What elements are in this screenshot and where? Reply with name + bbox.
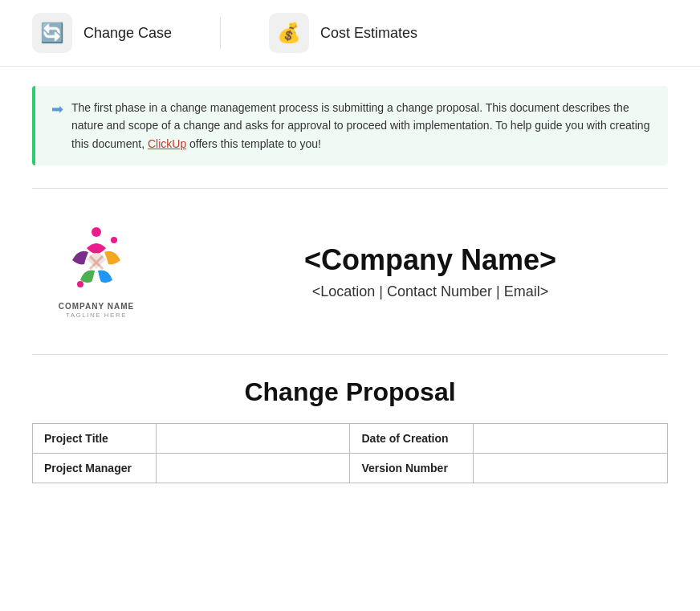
svg-point-1	[77, 281, 83, 287]
logo-company-name: COMPANY NAME	[59, 301, 134, 312]
company-section: COMPANY NAME TAGLINE HERE <Company Name>…	[32, 208, 668, 335]
project-manager-label: Project Manager	[33, 454, 157, 483]
nav-divider	[220, 17, 221, 49]
divider-2	[32, 354, 668, 355]
proposal-title: Change Proposal	[32, 377, 668, 407]
cost-estimates-icon-box: 💰	[269, 13, 309, 53]
date-of-creation-value[interactable]	[474, 424, 668, 454]
main-content: ➡ The first phase in a change management…	[0, 67, 700, 503]
arrow-icon: ➡	[51, 100, 63, 118]
clickup-link[interactable]: ClickUp	[148, 137, 186, 150]
logo-area: COMPANY NAME TAGLINE HERE	[32, 224, 161, 319]
change-case-icon-box: 🔄	[32, 13, 72, 53]
table-row: Project Manager Version Number	[33, 454, 668, 483]
svg-point-0	[92, 227, 101, 237]
date-of-creation-label: Date of Creation	[350, 424, 474, 454]
cost-estimates-icon: 💰	[277, 22, 301, 44]
table-row: Project Title Date of Creation	[33, 424, 668, 454]
project-title-value[interactable]	[156, 424, 350, 454]
project-manager-value[interactable]	[156, 454, 350, 483]
company-title: <Company Name>	[193, 243, 668, 277]
company-logo-svg	[56, 224, 136, 296]
info-box: ➡ The first phase in a change management…	[32, 86, 668, 165]
version-number-value[interactable]	[474, 454, 668, 483]
change-case-label: Change Case	[83, 25, 172, 42]
change-case-icon: 🔄	[40, 22, 64, 44]
info-text-after: offers this template to you!	[186, 137, 321, 150]
divider-1	[32, 188, 668, 189]
proposal-table: Project Title Date of Creation Project M…	[32, 423, 668, 483]
cost-estimates-nav-item[interactable]: 💰 Cost Estimates	[269, 13, 417, 53]
svg-point-2	[111, 237, 117, 243]
info-text: The first phase in a change management p…	[71, 99, 652, 153]
company-info-text: <Company Name> <Location | Contact Numbe…	[193, 243, 668, 300]
change-case-nav-item[interactable]: 🔄 Change Case	[32, 13, 172, 53]
company-contact: <Location | Contact Number | Email>	[193, 283, 668, 300]
cost-estimates-label: Cost Estimates	[320, 25, 417, 42]
top-navigation: 🔄 Change Case 💰 Cost Estimates	[0, 0, 700, 67]
version-number-label: Version Number	[350, 454, 474, 483]
logo-tagline: TAGLINE HERE	[66, 312, 127, 319]
project-title-label: Project Title	[33, 424, 157, 454]
